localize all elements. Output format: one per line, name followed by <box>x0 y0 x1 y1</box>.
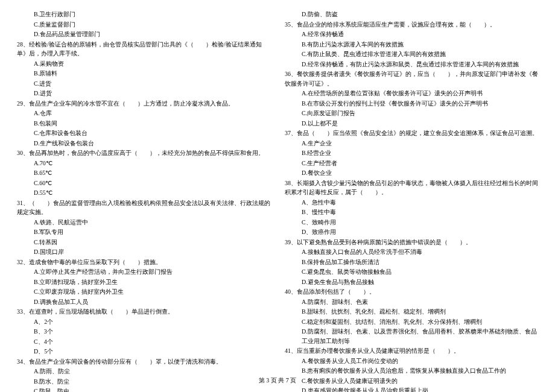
question-stem: 33、在巡查时，应当现场随机抽取（ ）单品进行倒查。 <box>17 307 270 317</box>
option-line: A.在经营场所的显着位置张贴《餐饮服务许可证》遗失的公开声明书 <box>285 89 538 98</box>
question-stem: 28、经检验/验证合格的原辅料，由仓管员核实品管部门出具的《（ ）检验/验证结果… <box>17 40 270 58</box>
option-line: C.60℃ <box>17 179 270 188</box>
option-line: D.调换食品加工人员 <box>17 297 270 307</box>
option-line: C.立即废弃现场，搞好室内外卫生 <box>17 287 270 297</box>
option-line: A.餐饮服务从业人员工作岗位变动的 <box>285 356 538 366</box>
option-line: C、致畸作用 <box>285 218 538 227</box>
option-line: D.防偷、防盗 <box>285 10 538 19</box>
question-stem: 29、食品生产企业车间的冷水管不宜在（ ）上方通过，防止冷凝水滴入食品。 <box>17 99 270 109</box>
option-line: D.生产线和设备包装台 <box>17 139 270 148</box>
question-stem: 40、食品添加剂包括了（ ）。 <box>285 287 538 297</box>
option-line: D.防腐剂、甜味剂、色素、以及营养强化剂、食品用香料、胶基糖果中基础剂物质、食品… <box>285 327 538 346</box>
option-line: B.65℃ <box>17 168 270 178</box>
option-line: C.有防止鼠类、昆虫通过排水管道潜入车间的有效措施 <box>285 49 538 59</box>
option-line: A.防雨、防尘 <box>17 367 270 376</box>
option-line: D.餐饮企业 <box>285 168 538 178</box>
option-line: A.立即停止其生产经营活动，并向卫生行政部门报告 <box>17 267 270 277</box>
option-line: A.接触直接入口食品的人员经常洗手但不消毒 <box>285 247 538 257</box>
option-line: B.甜味剂、抗扰剂、乳化剂、疏松剂、稳定剂、增稠剂 <box>285 307 538 317</box>
option-line: B.原辅料 <box>17 69 270 78</box>
option-line: D.以上都不是 <box>285 119 538 128</box>
question-stem: 34、食品生产企业车间设备的传动部分应有（ ）罩，以便于清洗和消毒。 <box>17 357 270 367</box>
page-footer: 第 3 页 共 7 页 <box>0 376 555 385</box>
option-line: B.立即清扫现场，搞好室外卫生 <box>17 277 270 287</box>
option-line: C、4个 <box>17 337 270 347</box>
option-line: A.生产企业 <box>285 139 538 148</box>
option-line: A、急性中毒 <box>285 198 538 207</box>
question-stem: 32、造成食物中毒的单位应当采取下列（ ）措施。 <box>17 258 270 267</box>
option-line: A.采购物资 <box>17 59 270 69</box>
option-line: A.70℃ <box>17 159 270 168</box>
option-line: D、5个 <box>17 347 270 356</box>
option-line: B.卫生行政部门 <box>17 10 270 19</box>
option-line: B.患有痢疾的餐饮服务从业人员治愈后，需恢复从事接触直接入口食品工作的 <box>285 366 538 376</box>
question-stem: 38、长期摄入含较少量污染物的食品引起的中毒状态，毒物被人体摄入后往往经过相当长… <box>285 179 538 197</box>
option-line: D.经常保持畅通，有防止污染水源和鼠类、昆虫通过排水管道潜入车间的有效措施 <box>285 60 538 69</box>
question-stem: 36、餐饮服务提供者遗失《餐饮服务许可证》的，应当（ ），并向原发证部门申请补发… <box>285 69 538 88</box>
option-line: C.进货 <box>17 79 270 89</box>
option-line: B.在市级公开发行的报刊上刊登《餐饮服务许可证》遗失的公开声明书 <box>285 99 538 109</box>
question-stem: 30、食品再加热时，食品的中心温度应高于（ ），未经充分加热的食品不得供应和食用… <box>17 148 270 158</box>
option-line: C.向原发证部门报告 <box>285 109 538 118</box>
question-stem: 37、食品（ ）应当依照《食品安全法》的规定，建立食品安全追溯体系，保证食品可追… <box>285 128 538 138</box>
option-line: D.患有感冒的餐饮服务从业人员治愈后重新上岗 <box>285 386 538 392</box>
option-line: B.经营企业 <box>285 148 538 158</box>
question-stem: 31、（ ）食品的监督管理由出入境检验检疫机构依照食品安全法以及有关法律、行政法… <box>17 198 270 217</box>
option-line: A.仓库 <box>17 109 270 118</box>
option-line: D.食品药品质量管理部门 <box>17 30 270 39</box>
option-line: D.国境口岸 <box>17 247 270 257</box>
option-line: D.进货 <box>17 89 270 98</box>
option-line: D.避免生食品与熟食品接触 <box>285 277 538 287</box>
left-column: B.卫生行政部门C.质量监督部门D.食品药品质量管理部门28、经检验/验证合格的… <box>17 10 270 392</box>
option-line: C.质量监督部门 <box>17 20 270 30</box>
option-line: C.仓库和设备包装台 <box>17 128 270 138</box>
option-line: B、慢性中毒 <box>285 207 538 217</box>
option-line: B.保持食品加工操作场所清洁 <box>285 258 538 267</box>
option-line: C.转基因 <box>17 238 270 247</box>
option-line: C.防鼠、防虫 <box>17 387 270 392</box>
question-stem: 41、应当重新办理餐饮服务从业人员健康证明的情形是（ ）。 <box>285 346 538 356</box>
option-line: A、2个 <box>17 317 270 327</box>
option-line: B.包装间 <box>17 119 270 128</box>
option-line: C.避免昆虫、鼠类等动物接触食品 <box>285 267 538 277</box>
option-line: A.铁路、民航运营中 <box>17 218 270 227</box>
option-line: B、3个 <box>17 327 270 337</box>
option-line: D、致癌作用 <box>285 227 538 237</box>
option-line: A.经常保持畅通 <box>285 30 538 39</box>
option-line: A.防腐剂、甜味剂、色素 <box>285 297 538 307</box>
question-stem: 35、食品企业的给排水系统应能适应生产需要，设施应合理有效，能（ ）。 <box>285 20 538 30</box>
option-line: C.稳定剂和凝固剂、抗结剂、消泡剂、乳化剂、水分保持剂、增稠剂 <box>285 317 538 327</box>
option-line: B.军队专用 <box>17 227 270 237</box>
option-line: C.生产经营者 <box>285 159 538 168</box>
option-line: D.55℃ <box>17 188 270 198</box>
right-column: D.防偷、防盗35、食品企业的给排水系统应能适应生产需要，设施应合理有效，能（ … <box>285 10 538 392</box>
option-line: B.有防止污染水源潜入车间的有效措施 <box>285 40 538 49</box>
question-stem: 39、以下避免熟食品受到各种病原菌污染的措施中错误的是（ ）。 <box>285 238 538 247</box>
